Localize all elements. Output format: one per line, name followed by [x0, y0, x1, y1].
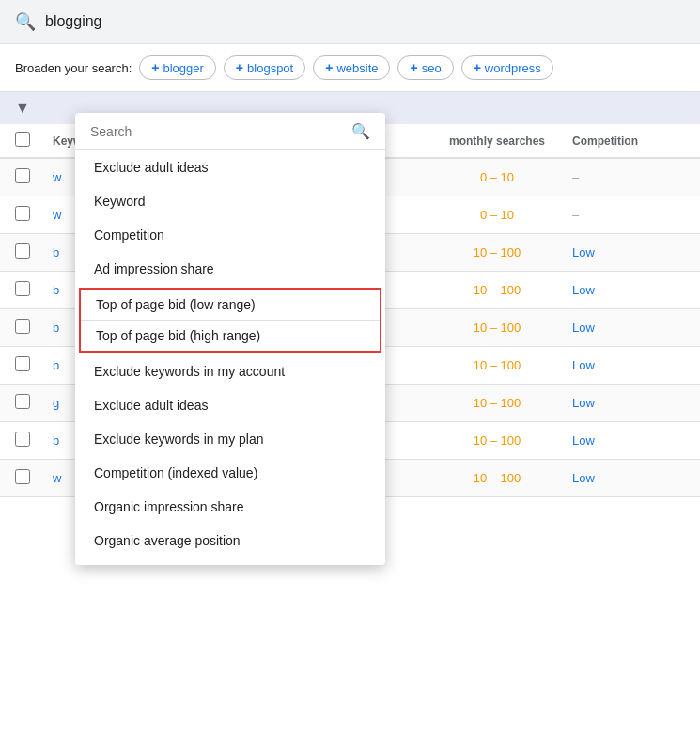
- filter-icon: ▼: [15, 100, 30, 117]
- dropdown-item-exclude-adult-bottom[interactable]: Exclude adult ideas: [75, 388, 385, 422]
- dropdown-item-organic-impression-share[interactable]: Organic impression share: [75, 490, 385, 524]
- broaden-chip-wordpress[interactable]: + wordpress: [461, 55, 553, 80]
- row-competition-7: Low: [572, 396, 685, 410]
- dropdown-item-keyword[interactable]: Keyword: [75, 184, 385, 218]
- row-monthly-1: 0 – 10: [422, 170, 572, 184]
- broaden-chip-seo[interactable]: + seo: [397, 55, 453, 80]
- row-check-5[interactable]: [15, 319, 53, 337]
- dropdown-item-ad-impression-share[interactable]: Ad impression share: [75, 252, 385, 286]
- row-check-6[interactable]: [15, 356, 53, 374]
- row-monthly-6: 10 – 100: [422, 358, 572, 372]
- broaden-chip-blogger[interactable]: + blogger: [139, 55, 216, 80]
- broaden-label: Broaden your search:: [15, 61, 132, 75]
- row-check-2[interactable]: [15, 206, 53, 224]
- search-icon: 🔍: [15, 11, 36, 32]
- row-monthly-8: 10 – 100: [422, 433, 572, 448]
- col-monthly-header: monthly searches: [422, 134, 572, 148]
- row-competition-2: –: [572, 208, 685, 222]
- row-monthly-4: 10 – 100: [422, 283, 572, 297]
- row-check-3[interactable]: [15, 243, 53, 261]
- broaden-row: Broaden your search: + blogger + blogspo…: [0, 44, 700, 92]
- dropdown-search-icon: 🔍: [351, 122, 370, 140]
- row-check-8[interactable]: [15, 432, 53, 449]
- row-check-1[interactable]: [15, 168, 53, 186]
- dropdown-item-top-page-bid-low[interactable]: Top of page bid (low range): [81, 290, 380, 321]
- row-competition-3: Low: [572, 245, 685, 259]
- col-competition-header: Competition: [572, 134, 685, 148]
- dropdown-item-competition-indexed[interactable]: Competition (indexed value): [75, 456, 385, 490]
- dropdown-highlighted-group: Top of page bid (low range) Top of page …: [79, 288, 381, 353]
- broaden-chip-website[interactable]: + website: [313, 55, 390, 80]
- row-monthly-2: 0 – 10: [422, 208, 572, 222]
- dropdown-item-exclude-keywords-plan[interactable]: Exclude keywords in my plan: [75, 422, 385, 456]
- dropdown-search-input[interactable]: [90, 124, 344, 139]
- row-competition-4: Low: [572, 283, 685, 297]
- row-check-7[interactable]: [15, 394, 53, 412]
- top-search-input[interactable]: [45, 13, 685, 30]
- select-all-checkbox[interactable]: [15, 132, 30, 147]
- row-competition-6: Low: [572, 358, 685, 372]
- row-monthly-9: 10 – 100: [422, 471, 572, 485]
- dropdown-search-row: 🔍: [75, 113, 385, 150]
- row-competition-1: –: [572, 170, 685, 184]
- filter-dropdown: 🔍 Exclude adult ideas Keyword Competitio…: [75, 113, 385, 565]
- row-competition-9: Low: [572, 471, 685, 485]
- row-monthly-3: 10 – 100: [422, 245, 572, 259]
- broaden-chip-blogspot[interactable]: + blogspot: [224, 55, 305, 80]
- row-check-4[interactable]: [15, 281, 53, 299]
- row-competition-8: Low: [572, 433, 685, 448]
- header-check[interactable]: [15, 132, 53, 149]
- top-search-bar: 🔍: [0, 0, 700, 44]
- row-competition-5: Low: [572, 321, 685, 335]
- dropdown-item-exclude-adult-top[interactable]: Exclude adult ideas: [75, 150, 385, 184]
- dropdown-item-top-page-bid-high[interactable]: Top of page bid (high range): [81, 321, 380, 351]
- row-monthly-5: 10 – 100: [422, 321, 572, 335]
- dropdown-item-exclude-keywords-account[interactable]: Exclude keywords in my account: [75, 354, 385, 388]
- row-monthly-7: 10 – 100: [422, 396, 572, 410]
- dropdown-item-organic-average-position[interactable]: Organic average position: [75, 524, 385, 558]
- dropdown-item-competition[interactable]: Competition: [75, 218, 385, 252]
- row-check-9[interactable]: [15, 469, 53, 487]
